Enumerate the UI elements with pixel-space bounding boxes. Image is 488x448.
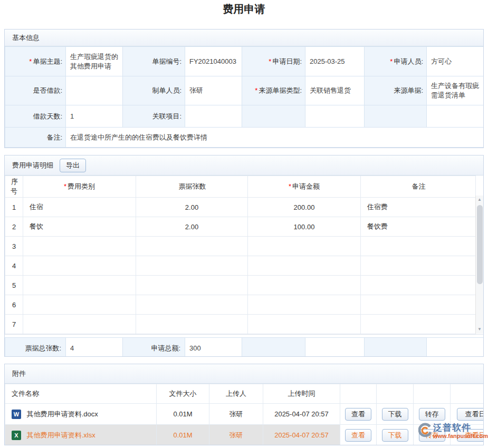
file-uploader: 张研 — [209, 425, 263, 446]
col-header-category: *费用类别 — [23, 176, 136, 198]
cell-index: 1 — [5, 198, 23, 217]
field-value-applicant: 方可心 — [427, 47, 484, 76]
required-star: * — [29, 57, 32, 65]
cell-category — [23, 237, 136, 256]
expense-detail-title: 费用申请明细 — [12, 161, 53, 170]
cell-category — [23, 315, 136, 334]
cell-amount: 200.00 — [248, 198, 361, 217]
empty-label-cell — [242, 338, 305, 357]
download-button[interactable]: 下载 — [382, 429, 408, 442]
cell-amount — [248, 315, 361, 334]
file-upload-time: 2025-04-07 20:57 — [263, 425, 340, 446]
field-value-apply-date: 2025-03-25 — [305, 47, 365, 76]
field-value-creator: 张研 — [185, 76, 242, 105]
basic-info-table: *单据主题: 生产瑕疵退货的其他费用申请 单据编号: FY2021040003 … — [5, 46, 484, 148]
expense-row: 6 — [5, 295, 476, 315]
file-uploader: 张研 — [209, 404, 263, 425]
export-button[interactable]: 导出 — [60, 159, 86, 172]
expense-row: 2 餐饮 2.00 100.00 餐饮费 — [5, 217, 476, 237]
cell-category: 住宿 — [23, 198, 136, 217]
col-header-tickets: 票据张数 — [136, 176, 248, 198]
view-button[interactable]: 查看 — [345, 429, 371, 442]
col-header-action — [377, 384, 414, 404]
download-button[interactable]: 下载 — [382, 408, 408, 421]
cell-amount — [248, 295, 361, 315]
cell-note — [361, 295, 476, 315]
scrollbar-thumb[interactable] — [477, 205, 483, 284]
col-header-action — [451, 384, 484, 404]
view-button[interactable]: 查看 — [345, 408, 371, 421]
required-star: * — [390, 57, 393, 65]
field-label-remark: 备注: — [5, 128, 66, 148]
field-label-loan-days: 借款天数: — [5, 105, 66, 128]
required-star: * — [289, 182, 291, 190]
empty-value-cell — [305, 338, 365, 357]
basic-info-section: 基本信息 *单据主题: 生产瑕疵退货的其他费用申请 单据编号: FY202104… — [4, 29, 484, 148]
field-label-source-type: *来源单据类型: — [242, 76, 305, 105]
cell-amount — [248, 237, 361, 256]
vertical-scrollbar[interactable]: ▲ ▼ — [475, 196, 483, 334]
empty-value-cell — [427, 105, 484, 128]
cell-note — [361, 276, 476, 295]
col-header-action — [414, 384, 451, 404]
scroll-down-icon[interactable]: ▼ — [476, 325, 483, 334]
field-label-apply-date: *申请日期: — [242, 47, 305, 76]
view-log-button[interactable]: 查看日 — [457, 429, 484, 442]
empty-label-cell — [365, 338, 427, 357]
cell-note: 住宿费 — [361, 198, 476, 217]
expense-detail-header: 费用申请明细 导出 — [5, 155, 483, 176]
basic-info-title: 基本信息 — [12, 33, 40, 43]
excel-file-icon: X — [12, 431, 21, 440]
field-label-source-doc: 来源单据: — [365, 76, 427, 105]
expense-row: 5 — [5, 276, 476, 295]
file-size: 0.01M — [157, 425, 209, 446]
file-size: 0.01M — [157, 404, 209, 425]
cell-amount — [248, 276, 361, 295]
word-file-icon: W — [12, 410, 21, 419]
field-value-doc-subject: 生产瑕疵退货的其他费用申请 — [66, 47, 123, 76]
required-star: * — [64, 182, 66, 190]
transfer-button[interactable]: 转存 — [419, 429, 445, 442]
cell-tickets: 2.00 — [136, 198, 248, 217]
field-label-creator: 制单人员: — [123, 76, 185, 105]
expense-row: 1 住宿 2.00 200.00 住宿费 — [5, 198, 476, 217]
view-log-button[interactable]: 查看日 — [457, 408, 484, 421]
expense-row: 3 — [5, 237, 476, 256]
cell-index: 2 — [5, 217, 23, 237]
field-value-source-doc: 生产设备有瑕疵需退货清单 — [427, 76, 484, 105]
cell-tickets — [136, 276, 248, 295]
expense-detail-section: 费用申请明细 导出 序号 *费用类别 票据张数 *申请金额 备注 1 住宿 2.… — [4, 155, 484, 357]
field-value-is-loan — [66, 76, 123, 105]
transfer-button[interactable]: 转存 — [419, 408, 445, 421]
cell-index: 4 — [5, 256, 23, 276]
file-name: 其他费用申请资料.docx — [27, 410, 98, 418]
field-value-doc-number: FY2021040003 — [185, 47, 242, 76]
cell-note — [361, 315, 476, 334]
field-label-is-loan: 是否借款: — [5, 76, 66, 105]
cell-tickets — [136, 315, 248, 334]
expense-grid: 序号 *费用类别 票据张数 *申请金额 备注 1 住宿 2.00 200.00 … — [5, 176, 483, 335]
attachment-row[interactable]: W 其他费用申请资料.docx 0.01M 张研 2025-04-07 20:5… — [5, 404, 484, 425]
cell-category — [23, 295, 136, 315]
attachments-section: 附件 文件名称 文件大小 上传人 上传时间 W 其他费用申请资料.docx 0.… — [4, 364, 484, 445]
scroll-up-icon[interactable]: ▲ — [476, 196, 483, 204]
empty-label-cell — [365, 105, 427, 128]
attachments-table: 文件名称 文件大小 上传人 上传时间 W 其他费用申请资料.docx 0.01M… — [5, 384, 484, 445]
cell-tickets — [136, 256, 248, 276]
cell-index: 3 — [5, 237, 23, 256]
cell-amount — [248, 256, 361, 276]
field-value-source-type: 关联销售退货 — [305, 76, 365, 105]
cell-note: 餐饮费 — [361, 217, 476, 237]
field-label-applicant: *申请人员: — [365, 47, 427, 76]
col-header-file-name: 文件名称 — [5, 384, 157, 404]
col-header-uploader: 上传人 — [209, 384, 263, 404]
empty-label-cell — [242, 105, 305, 128]
totals-row: 票据总张数: 4 申请总额: 300 — [5, 337, 484, 357]
required-star: * — [269, 57, 271, 65]
field-value-related-project — [185, 105, 242, 128]
col-header-upload-time: 上传时间 — [263, 384, 340, 404]
field-label-related-project: 关联项目: — [123, 105, 185, 128]
attachment-row-highlighted[interactable]: X 其他费用申请资料.xlsx 0.01M 张研 2025-04-07 20:5… — [5, 425, 484, 446]
cell-index: 6 — [5, 295, 23, 315]
attachments-header: 附件 — [5, 364, 483, 384]
